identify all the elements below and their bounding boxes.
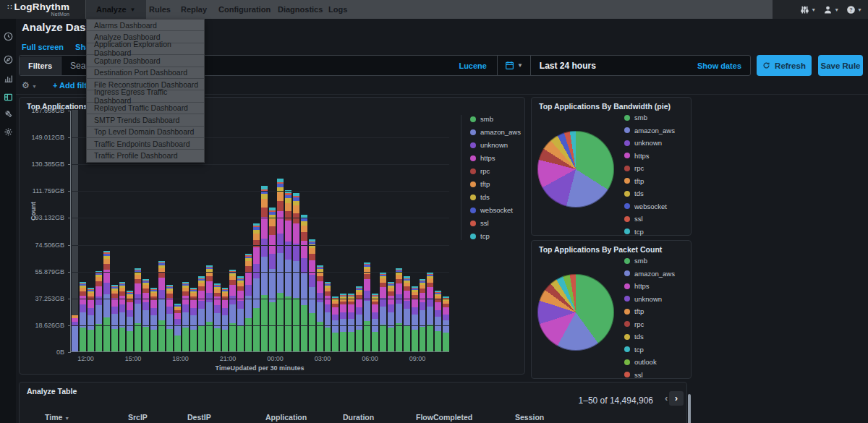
nav-item-logs[interactable]: Logs bbox=[318, 0, 357, 19]
time-range-value[interactable]: Last 24 hours bbox=[540, 61, 596, 71]
clock-icon[interactable] bbox=[0, 27, 16, 45]
legend-item-amazon_aws[interactable]: amazon_aws bbox=[624, 127, 675, 134]
histogram-bar[interactable] bbox=[332, 110, 339, 351]
histogram-bar[interactable] bbox=[388, 110, 394, 351]
legend-item-tcp[interactable]: tcp bbox=[624, 346, 675, 354]
histogram-bar[interactable] bbox=[435, 110, 441, 351]
histogram-bar[interactable] bbox=[229, 110, 236, 351]
packet-count-pie-chart[interactable] bbox=[537, 274, 614, 351]
legend-item-websocket[interactable]: websocket bbox=[470, 206, 521, 214]
legend-item-tftp[interactable]: tftp bbox=[470, 180, 521, 188]
table-scrollbar[interactable] bbox=[688, 394, 691, 423]
histogram-bar[interactable] bbox=[206, 110, 213, 351]
histogram-bar[interactable] bbox=[285, 110, 292, 351]
histogram-bar[interactable] bbox=[412, 110, 418, 351]
histogram-bar[interactable] bbox=[372, 110, 378, 351]
filter-gear-icon[interactable]: ⚙ ▼ bbox=[22, 80, 37, 90]
query-language-toggle[interactable]: Lucene bbox=[448, 61, 497, 70]
histogram-bar[interactable] bbox=[364, 110, 370, 351]
legend-item-tcp[interactable]: tcp bbox=[470, 232, 521, 240]
histogram-bar[interactable] bbox=[277, 110, 284, 351]
column-header-flowcompleted[interactable]: FlowCompleted bbox=[416, 413, 472, 422]
legend-item-websocket[interactable]: websocket bbox=[624, 202, 675, 210]
legend-item-ssl[interactable]: ssl bbox=[470, 219, 521, 227]
legend-item-https[interactable]: https bbox=[624, 282, 675, 290]
save-rule-button[interactable]: Save Rule bbox=[818, 55, 863, 76]
help-icon[interactable]: ? ▼ bbox=[846, 5, 862, 14]
histogram-bar[interactable] bbox=[301, 110, 307, 351]
legend-item-outlook[interactable]: outlook bbox=[624, 358, 675, 366]
histogram-bar[interactable] bbox=[269, 110, 276, 351]
logrhythm-logo[interactable]: ∷ LogRhythm NetMon bbox=[7, 1, 69, 17]
histogram-bar[interactable] bbox=[237, 110, 244, 351]
histogram-bar[interactable] bbox=[404, 110, 410, 351]
menu-item-alarms-dashboard[interactable]: Alarms Dashboard bbox=[87, 20, 204, 31]
menu-item-traffic-profile-dashboard[interactable]: Traffic Profile Dashboard bbox=[87, 150, 204, 161]
histogram-bar[interactable] bbox=[245, 110, 252, 351]
histogram-bar[interactable] bbox=[356, 110, 362, 351]
legend-item-rpc[interactable]: rpc bbox=[624, 320, 675, 328]
nav-item-analyze[interactable]: Analyze▼ bbox=[86, 0, 146, 19]
full-screen-link[interactable]: Full screen bbox=[22, 43, 64, 51]
wrench-icon[interactable] bbox=[0, 106, 16, 123]
column-header-session[interactable]: Session bbox=[515, 413, 544, 422]
column-header-application[interactable]: Application bbox=[265, 413, 307, 422]
histogram-bar[interactable] bbox=[72, 110, 78, 351]
sliders-icon[interactable]: ▼ bbox=[800, 5, 816, 14]
histogram-bar[interactable] bbox=[222, 110, 229, 351]
pagination-next-icon[interactable]: › bbox=[669, 391, 684, 406]
histogram-bar[interactable] bbox=[309, 110, 315, 351]
compass-icon[interactable] bbox=[0, 51, 16, 68]
histogram-bar[interactable] bbox=[293, 110, 299, 351]
legend-item-unknown[interactable]: unknown bbox=[470, 141, 521, 149]
legend-item-tds[interactable]: tds bbox=[624, 333, 675, 341]
legend-item-smb[interactable]: smb bbox=[624, 257, 675, 265]
menu-item-application-exploration-dashboard[interactable]: Application Exploration Dashboard bbox=[87, 43, 204, 55]
histogram-bar[interactable] bbox=[253, 110, 260, 351]
histogram-bar[interactable] bbox=[317, 110, 323, 351]
bar-chart-icon[interactable] bbox=[0, 69, 16, 87]
legend-item-smb[interactable]: smb bbox=[624, 114, 675, 121]
histogram-bar[interactable] bbox=[427, 110, 433, 351]
menu-item-replayed-traffic-dashboard[interactable]: Replayed Traffic Dashboard bbox=[87, 103, 204, 114]
user-icon[interactable]: ▼ bbox=[823, 5, 839, 14]
histogram-bar[interactable] bbox=[348, 110, 354, 351]
menu-item-destination-port-dashboard[interactable]: Destination Port Dashboard bbox=[87, 67, 204, 79]
histogram-bar[interactable] bbox=[396, 110, 402, 351]
legend-item-ssl[interactable]: ssl bbox=[624, 215, 675, 223]
legend-item-amazon_aws[interactable]: amazon_aws bbox=[624, 270, 675, 278]
bandwidth-pie-chart[interactable] bbox=[537, 131, 614, 208]
legend-item-tcp[interactable]: tcp bbox=[624, 228, 675, 236]
column-header-time[interactable]: Time▼ bbox=[45, 413, 69, 422]
show-dates-link[interactable]: Show dates bbox=[697, 61, 741, 70]
menu-item-ingress-egress-traffic-dashboard[interactable]: Ingress Egress Traffic Dashboard bbox=[87, 90, 204, 102]
column-header-srcip[interactable]: SrcIP bbox=[128, 413, 148, 422]
legend-item-unknown[interactable]: unknown bbox=[624, 139, 675, 147]
legend-item-tftp[interactable]: tftp bbox=[624, 307, 675, 315]
histogram-bar[interactable] bbox=[380, 110, 386, 351]
filters-button[interactable]: Filters bbox=[20, 56, 61, 75]
dashboard-icon[interactable] bbox=[0, 88, 16, 106]
column-header-duration[interactable]: Duration bbox=[343, 413, 374, 422]
histogram-bar[interactable] bbox=[443, 110, 449, 351]
menu-item-smtp-trends-dashboard[interactable]: SMTP Trends Dashboard bbox=[87, 114, 204, 126]
legend-item-unknown[interactable]: unknown bbox=[624, 295, 675, 303]
legend-item-smb[interactable]: smb bbox=[470, 115, 521, 123]
legend-item-https[interactable]: https bbox=[624, 152, 675, 160]
histogram-bar[interactable] bbox=[420, 110, 426, 351]
legend-item-tds[interactable]: tds bbox=[624, 189, 675, 197]
column-header-destip[interactable]: DestIP bbox=[187, 413, 211, 422]
menu-item-top-level-domain-dashboard[interactable]: Top Level Domain Dashboard bbox=[87, 127, 204, 138]
calendar-dropdown[interactable]: ▼ bbox=[498, 55, 531, 76]
legend-item-ssl[interactable]: ssl bbox=[624, 371, 675, 379]
legend-item-tds[interactable]: tds bbox=[470, 193, 521, 201]
histogram-bar[interactable] bbox=[80, 110, 86, 351]
legend-item-rpc[interactable]: rpc bbox=[624, 164, 675, 172]
legend-item-amazon_aws[interactable]: amazon_aws bbox=[470, 128, 521, 136]
histogram-bar[interactable] bbox=[340, 110, 346, 351]
legend-item-tftp[interactable]: tftp bbox=[624, 177, 675, 185]
menu-item-traffic-endpoints-dashboard[interactable]: Traffic Endpoints Dashboard bbox=[87, 138, 204, 150]
legend-item-rpc[interactable]: rpc bbox=[470, 167, 521, 175]
histogram-bar[interactable] bbox=[261, 110, 268, 351]
histogram-bar[interactable] bbox=[214, 110, 221, 351]
